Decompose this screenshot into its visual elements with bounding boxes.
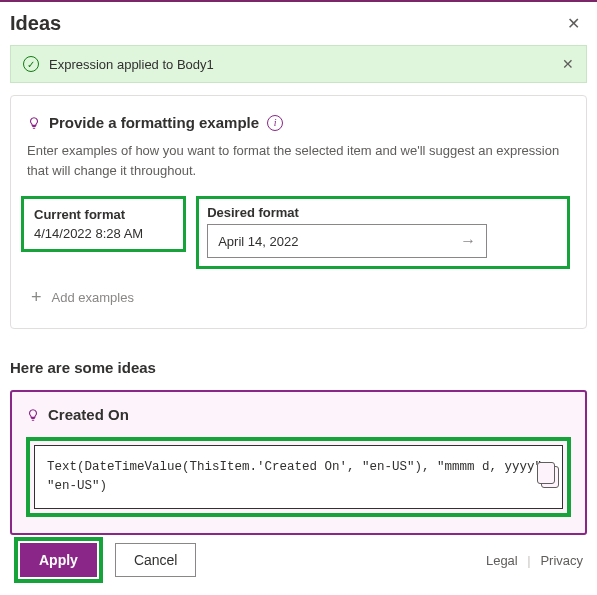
footer-links: Legal | Privacy bbox=[486, 553, 583, 568]
check-circle-icon: ✓ bbox=[23, 56, 39, 72]
expression-text[interactable]: Text(DateTimeValue(ThisItem.'Created On'… bbox=[34, 445, 563, 509]
banner-message: Expression applied to Body1 bbox=[49, 57, 214, 72]
formatting-card: Provide a formatting example i Enter exa… bbox=[10, 95, 587, 329]
banner-close-icon[interactable]: ✕ bbox=[562, 56, 574, 72]
ideas-heading: Here are some ideas bbox=[10, 359, 587, 376]
close-icon[interactable]: ✕ bbox=[563, 14, 583, 34]
add-examples-button[interactable]: + Add examples bbox=[27, 287, 570, 308]
lightbulb-icon bbox=[26, 408, 40, 422]
lightbulb-icon bbox=[27, 116, 41, 130]
privacy-link[interactable]: Privacy bbox=[540, 553, 583, 568]
card-description: Enter examples of how you want to format… bbox=[27, 141, 570, 180]
current-format-box: Current format 4/14/2022 8:28 AM bbox=[21, 196, 186, 252]
add-examples-label: Add examples bbox=[52, 290, 134, 305]
idea-title: Created On bbox=[48, 406, 129, 423]
panel-header: Ideas ✕ bbox=[0, 2, 597, 45]
desired-format-input[interactable]: April 14, 2022 → bbox=[207, 224, 487, 258]
expression-highlight: Text(DateTimeValue(ThisItem.'Created On'… bbox=[26, 437, 571, 517]
card-title: Provide a formatting example bbox=[49, 114, 259, 131]
idea-card[interactable]: Created On Text(DateTimeValue(ThisItem.'… bbox=[10, 390, 587, 535]
current-format-value: 4/14/2022 8:28 AM bbox=[34, 226, 143, 241]
panel-title: Ideas bbox=[10, 12, 61, 35]
info-icon[interactable]: i bbox=[267, 115, 283, 131]
desired-format-value: April 14, 2022 bbox=[218, 234, 298, 249]
footer: Apply Cancel Legal | Privacy bbox=[0, 537, 597, 583]
success-banner: ✓ Expression applied to Body1 ✕ bbox=[10, 45, 587, 83]
apply-highlight: Apply bbox=[14, 537, 103, 583]
apply-button[interactable]: Apply bbox=[20, 543, 97, 577]
arrow-right-icon: → bbox=[460, 232, 476, 250]
separator: | bbox=[527, 553, 530, 568]
cancel-button[interactable]: Cancel bbox=[115, 543, 197, 577]
legal-link[interactable]: Legal bbox=[486, 553, 518, 568]
desired-format-label: Desired format bbox=[207, 205, 559, 220]
current-format-label: Current format bbox=[34, 207, 143, 222]
copy-icon[interactable] bbox=[541, 466, 559, 488]
plus-icon: + bbox=[31, 287, 42, 308]
desired-format-box: Desired format April 14, 2022 → bbox=[196, 196, 570, 269]
